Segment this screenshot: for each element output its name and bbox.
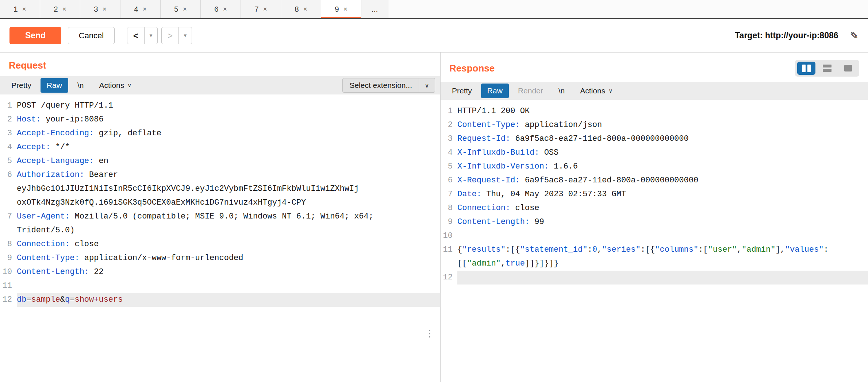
- code-segment: 1.6.6: [549, 162, 578, 171]
- view-tab-label: \n: [77, 81, 84, 90]
- line-number: 8: [0, 237, 17, 251]
- code-segment: :: [587, 245, 592, 254]
- request-editor[interactable]: 1POST /query HTTP/1.12Host: your-ip:8086…: [0, 94, 440, 307]
- code-segment: "series": [602, 245, 641, 254]
- tab-label: 3: [94, 5, 98, 13]
- code-segment: */*: [50, 143, 70, 152]
- code-segment: "admin": [467, 259, 500, 268]
- tab-close-icon[interactable]: ×: [223, 5, 227, 13]
- repeater-tab-2[interactable]: 2×: [40, 0, 80, 18]
- tab-close-icon[interactable]: ×: [263, 5, 267, 13]
- response-editor[interactable]: 1HTTP/1.1 200 OK2Content-Type: applicati…: [441, 100, 868, 285]
- response-panel-header: Response: [441, 53, 868, 80]
- editor-line: 10: [441, 229, 868, 243]
- history-back-button[interactable]: <: [127, 27, 145, 44]
- code-segment: :[{: [506, 245, 520, 254]
- editor-line: 11: [0, 279, 440, 293]
- layout-columns-button[interactable]: [797, 62, 815, 75]
- line-content: X-Request-Id: 6a9f5ac8-ea27-11ed-800a-00…: [457, 174, 868, 187]
- code-segment: q: [65, 295, 70, 304]
- view-tab-render[interactable]: Render: [512, 84, 549, 98]
- line-number: 3: [0, 127, 17, 140]
- drag-handle-icon[interactable]: ⋮: [425, 328, 435, 339]
- line-content: Host: your-ip:8086: [17, 113, 440, 127]
- edit-target-icon[interactable]: ✎: [850, 30, 859, 42]
- code-segment: "values": [785, 245, 824, 254]
- line-number: 10: [441, 229, 457, 243]
- tab-close-icon[interactable]: ×: [343, 5, 347, 13]
- history-back-dropdown-button[interactable]: ▼: [145, 27, 158, 44]
- history-forward-button[interactable]: >: [161, 27, 179, 44]
- repeater-tab-8[interactable]: 8×: [281, 0, 321, 18]
- code-segment: &: [60, 295, 65, 304]
- repeater-tab-3[interactable]: 3×: [80, 0, 120, 18]
- line-content: [457, 229, 868, 243]
- code-segment: en: [94, 156, 108, 166]
- view-tab-pretty[interactable]: Pretty: [446, 84, 478, 98]
- line-content: HTTP/1.1 200 OK: [457, 104, 868, 118]
- code-segment: ,: [597, 245, 602, 254]
- tab-close-icon[interactable]: ×: [303, 5, 307, 13]
- code-segment: =: [70, 295, 74, 304]
- code-segment: "user": [708, 245, 737, 254]
- view-tab-linebreak[interactable]: \n: [71, 78, 90, 93]
- tab-close-icon[interactable]: ×: [183, 5, 187, 13]
- repeater-tab-5[interactable]: 5×: [161, 0, 201, 18]
- extension-select[interactable]: Select extension... ∨: [342, 78, 435, 93]
- send-button[interactable]: Send: [9, 27, 61, 44]
- code-segment: Content-Length:: [17, 267, 89, 276]
- repeater-tab-6[interactable]: 6×: [201, 0, 241, 18]
- line-content: X-Influxdb-Version: 1.6.6: [457, 160, 868, 174]
- code-segment: Content-Type:: [17, 254, 80, 263]
- history-back-split-button: < ▼: [127, 27, 158, 44]
- tab-close-icon[interactable]: ×: [103, 5, 107, 13]
- code-segment: Accept:: [17, 143, 50, 152]
- code-segment: true: [506, 259, 525, 268]
- line-number: 6: [0, 168, 17, 210]
- editor-line: 5X-Influxdb-Version: 1.6.6: [441, 160, 868, 174]
- repeater-tab-1[interactable]: 1×: [0, 0, 40, 18]
- view-tab-actions[interactable]: Actions∨: [93, 78, 138, 93]
- view-tab-label: Actions: [580, 86, 605, 95]
- line-number: 9: [441, 215, 457, 229]
- layout-single-button[interactable]: [839, 62, 857, 75]
- view-tab-raw[interactable]: Raw: [41, 78, 68, 93]
- code-segment: Bearer: [84, 170, 123, 179]
- editor-line: 3Accept-Encoding: gzip, deflate: [0, 127, 440, 140]
- view-tab-raw[interactable]: Raw: [481, 84, 509, 98]
- cancel-button[interactable]: Cancel: [68, 27, 115, 44]
- layout-rows-button[interactable]: [818, 62, 836, 75]
- code-segment: "results": [462, 245, 506, 254]
- view-tab-linebreak[interactable]: \n: [552, 84, 571, 98]
- view-tab-pretty[interactable]: Pretty: [5, 78, 38, 93]
- editor-line: 11{"results":[{"statement_id":0,"series"…: [441, 243, 868, 271]
- editor-line: 2Content-Type: application/json: [441, 118, 868, 132]
- chevron-down-icon[interactable]: ∨: [419, 78, 435, 93]
- tab-close-icon[interactable]: ×: [143, 5, 147, 13]
- code-segment: 6a9f5ac8-ea27-11ed-800a-000000000000: [510, 134, 688, 143]
- line-number: 3: [441, 132, 457, 146]
- editor-line: 4Accept: */*: [0, 140, 440, 154]
- code-segment: Date:: [457, 190, 481, 199]
- line-number: 12: [441, 271, 457, 285]
- view-tab-label: \n: [558, 86, 565, 95]
- repeater-tab-overflow[interactable]: ...: [361, 0, 388, 18]
- tab-close-icon[interactable]: ×: [22, 5, 26, 13]
- line-content: Content-Length: 22: [17, 265, 440, 279]
- repeater-tab-9[interactable]: 9×: [321, 0, 361, 18]
- code-segment: 22: [89, 267, 104, 276]
- editor-line: 2Host: your-ip:8086: [0, 113, 440, 127]
- view-tab-actions[interactable]: Actions∨: [574, 84, 619, 98]
- line-content: Date: Thu, 04 May 2023 02:57:33 GMT: [457, 187, 868, 201]
- repeater-tab-4[interactable]: 4×: [120, 0, 161, 18]
- editor-line: 8Connection: close: [441, 201, 868, 215]
- editor-line: 7Date: Thu, 04 May 2023 02:57:33 GMT: [441, 187, 868, 201]
- editor-line: 4X-Influxdb-Build: OSS: [441, 146, 868, 160]
- tab-close-icon[interactable]: ×: [62, 5, 66, 13]
- code-segment: application/x-www-form-urlencoded: [80, 254, 243, 263]
- code-segment: application/json: [520, 120, 602, 129]
- chevron-down-icon: ∨: [608, 88, 612, 94]
- repeater-tab-7[interactable]: 7×: [241, 0, 281, 18]
- editor-line: 9Content-Length: 99: [441, 215, 868, 229]
- history-forward-dropdown-button[interactable]: ▼: [179, 27, 192, 44]
